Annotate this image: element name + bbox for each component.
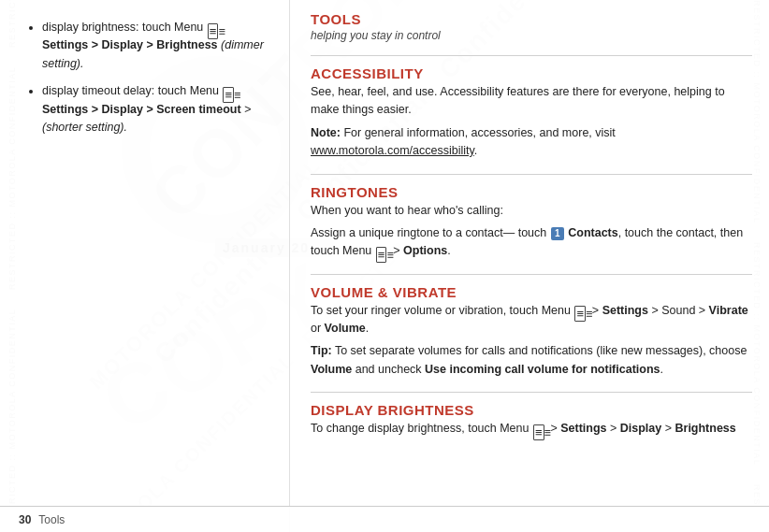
- bullet2-bold-screen-timeout: > Screen timeout: [143, 103, 241, 116]
- bottom-bar: 30 Tools: [0, 506, 769, 532]
- tools-subtitle: helping you stay in control: [311, 29, 752, 42]
- ringtones-section: RINGTONES When you want to hear who's ca…: [311, 184, 752, 261]
- volume-vibrate-title: VOLUME & VIBRATE: [311, 284, 752, 300]
- tip-volume-bold: Volume: [311, 363, 352, 376]
- volume-end: .: [366, 322, 369, 335]
- bullet2-bold-display: Display: [102, 103, 143, 116]
- ringtones-title: RINGTONES: [311, 184, 752, 200]
- tip-use-bold: Use incoming call volume for notificatio…: [425, 363, 660, 376]
- display-brightness-para1: To change display brightness, touch Menu…: [311, 420, 752, 438]
- accessibility-link[interactable]: www.motorola.com/accessibility: [311, 144, 474, 157]
- note-end: .: [474, 144, 477, 157]
- ringtones-para2: Assign a unique ringtone to a contact— t…: [311, 224, 752, 261]
- menu-icon-1: ≡: [208, 23, 221, 33]
- divider-3: [311, 274, 752, 275]
- db-brightness: Brightness: [675, 422, 735, 435]
- tip-body2: and uncheck: [352, 363, 425, 376]
- db-gt2: >: [607, 422, 620, 435]
- display-brightness-body: To change display brightness, touch Menu…: [311, 420, 752, 438]
- volume-tip: Tip: To set separate volumes for calls a…: [311, 342, 752, 379]
- tip-end: .: [660, 363, 663, 376]
- accessibility-para1: See, hear, feel, and use. Accessibility …: [311, 83, 752, 120]
- ringtones-options: Options: [403, 244, 447, 257]
- note-label: Note:: [311, 126, 341, 139]
- tip-body1: To set separate volumes for calls and no…: [332, 344, 747, 357]
- page-number: 30: [19, 513, 31, 526]
- ringtones-end: .: [447, 244, 450, 257]
- accessibility-body: See, hear, feel, and use. Accessibility …: [311, 83, 752, 161]
- display-brightness-title: DISPLAY BRIGHTNESS: [311, 402, 752, 418]
- accessibility-title: ACCESSIBILITY: [311, 65, 752, 81]
- db-settings: Settings: [560, 422, 606, 435]
- volume-or: or: [311, 322, 325, 335]
- db-gt3: >: [661, 422, 675, 435]
- bullet2-prefix: display timeout delay: touch Menu: [42, 84, 222, 97]
- contacts-icon: 1: [551, 227, 564, 240]
- bullet1-bold-settings: Settings >: [42, 38, 102, 51]
- accessibility-section: ACCESSIBILITY See, hear, feel, and use. …: [311, 65, 752, 161]
- bullet1-bold-brightness: > Brightness: [143, 38, 218, 51]
- ringtones-body: When you want to hear who's calling: Ass…: [311, 202, 752, 261]
- volume-vibrate-body: To set your ringer volume or vibration, …: [311, 302, 752, 380]
- bullet1-prefix: display brightness: touch Menu: [42, 21, 207, 34]
- divider-1: [311, 55, 752, 56]
- volume-sound: > Sound >: [648, 304, 709, 317]
- note-body: For general information, accessories, an…: [341, 126, 616, 139]
- menu-icon-5: ≡: [533, 424, 546, 434]
- ringtones-assign-prefix: Assign a unique ringtone to a contact— t…: [311, 226, 550, 239]
- left-column: display brightness: touch Menu ≡ Setting…: [0, 0, 290, 532]
- bullet-item-brightness: display brightness: touch Menu ≡ Setting…: [42, 19, 270, 73]
- bottom-section-label: Tools: [38, 513, 65, 526]
- tip-label: Tip:: [311, 344, 332, 357]
- volume-para1: To set your ringer volume or vibration, …: [311, 302, 752, 338]
- tools-section: TOOLS helping you stay in control: [311, 11, 752, 42]
- bullet-item-timeout: display timeout delay: touch Menu ≡ Sett…: [42, 82, 270, 137]
- volume-bold: Volume: [325, 322, 366, 335]
- volume-prefix: To set your ringer volume or vibration, …: [311, 304, 573, 317]
- bullet2-bold-settings: Settings >: [42, 103, 102, 116]
- ringtones-gt: >: [393, 244, 403, 257]
- tools-title: TOOLS: [311, 11, 752, 27]
- bullet-list: display brightness: touch Menu ≡ Setting…: [28, 19, 270, 137]
- ringtones-contacts-bold: Contacts: [568, 226, 617, 239]
- volume-vibrate-section: VOLUME & VIBRATE To set your ringer volu…: [311, 284, 752, 380]
- display-brightness-section: DISPLAY BRIGHTNESS To change display bri…: [311, 402, 752, 438]
- menu-icon-2: ≡: [223, 87, 236, 96]
- right-column: TOOLS helping you stay in control ACCESS…: [290, 0, 769, 532]
- db-display: Display: [620, 422, 661, 435]
- ringtones-para1: When you want to hear who's calling:: [311, 202, 752, 220]
- divider-2: [311, 174, 752, 175]
- menu-icon-3: ≡: [376, 247, 389, 256]
- menu-icon-4: ≡: [574, 306, 588, 315]
- divider-4: [311, 392, 752, 393]
- bullet1-bold-display: Display: [102, 38, 143, 51]
- volume-settings: Settings: [602, 304, 648, 317]
- page-layout: display brightness: touch Menu ≡ Setting…: [0, 0, 769, 532]
- volume-vibrate-bold: Vibrate: [709, 304, 748, 317]
- accessibility-note: Note: For general information, accessori…: [311, 124, 752, 161]
- db-prefix: To change display brightness, touch Menu: [311, 422, 532, 435]
